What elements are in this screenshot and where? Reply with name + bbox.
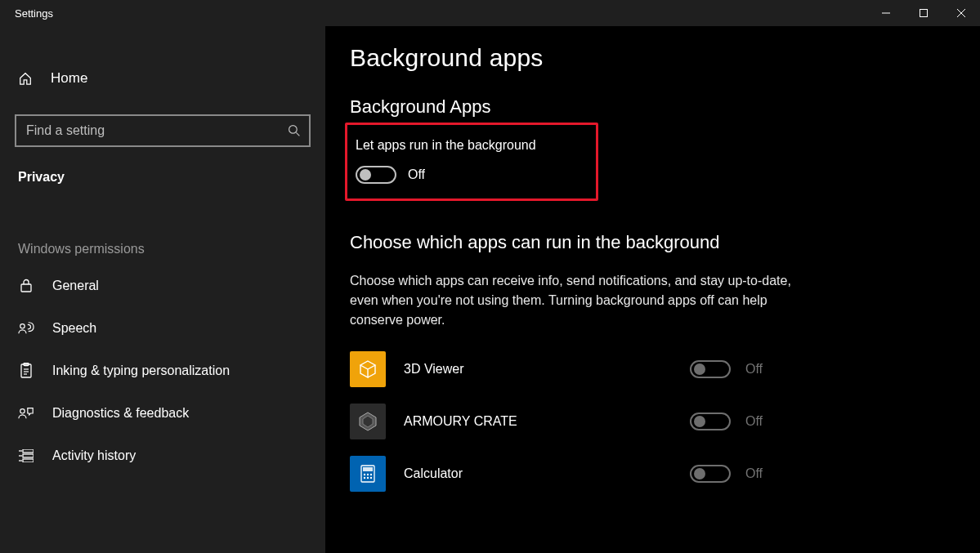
sidebar-item-activity[interactable]: Activity history [0, 435, 325, 477]
svg-point-25 [367, 474, 369, 475]
svg-rect-6 [21, 284, 31, 292]
search-input[interactable] [26, 123, 288, 138]
app-row-calculator: Calculator Off [350, 456, 767, 492]
svg-point-13 [20, 409, 25, 413]
app-toggle-state: Off [745, 414, 767, 429]
calculator-icon [357, 463, 378, 484]
window-controls [867, 0, 980, 26]
app-toggle-armoury-crate[interactable] [690, 413, 731, 430]
app-name: 3D Viewer [404, 362, 690, 377]
home-button[interactable]: Home [0, 60, 325, 96]
master-toggle-highlight: Let apps run in the background Off [345, 123, 598, 201]
master-toggle[interactable] [356, 166, 396, 184]
app-icon-calculator [350, 456, 386, 492]
sidebar-item-general[interactable]: General [0, 265, 325, 307]
home-label: Home [51, 70, 87, 87]
svg-line-5 [296, 132, 299, 136]
app-toggle-state: Off [745, 466, 767, 481]
svg-rect-8 [21, 364, 31, 377]
sidebar-item-speech[interactable]: Speech [0, 307, 325, 350]
svg-point-27 [364, 477, 365, 479]
svg-point-24 [364, 474, 365, 475]
category-label: Privacy [0, 147, 325, 185]
speech-icon [18, 321, 34, 336]
lock-icon [18, 279, 34, 293]
svg-rect-23 [363, 467, 373, 471]
feedback-icon [18, 406, 34, 421]
section-title-background-apps: Background Apps [350, 96, 944, 118]
app-icon-3d-viewer [350, 351, 386, 387]
svg-point-29 [370, 477, 372, 479]
app-name: Calculator [404, 466, 690, 481]
section-label: Windows permissions [0, 185, 325, 265]
main-content: Background apps Background Apps Let apps… [325, 26, 980, 553]
app-row-3d-viewer: 3D Viewer Off [350, 351, 767, 387]
cube-icon [357, 359, 378, 380]
search-input-wrap[interactable] [15, 114, 311, 147]
clipboard-icon [18, 363, 34, 379]
maximize-button[interactable] [905, 0, 942, 26]
close-icon [957, 9, 965, 17]
app-name: ARMOURY CRATE [404, 414, 690, 429]
search-icon [288, 124, 301, 137]
svg-rect-15 [23, 449, 34, 453]
maximize-icon [920, 9, 928, 17]
app-toggle-3d-viewer[interactable] [690, 360, 731, 378]
home-icon [18, 71, 33, 86]
sidebar-item-label: Speech [52, 321, 96, 336]
svg-rect-17 [23, 454, 34, 457]
app-title: Settings [15, 7, 53, 20]
svg-point-26 [370, 474, 372, 475]
svg-point-28 [367, 477, 369, 479]
svg-point-4 [289, 126, 298, 134]
svg-point-7 [20, 324, 25, 328]
sidebar-item-diagnostics[interactable]: Diagnostics & feedback [0, 392, 325, 435]
help-text: Choose which apps can receive info, send… [350, 271, 808, 330]
app-row-armoury-crate: ARMOURY CRATE Off [350, 404, 767, 439]
app-toggle-state: Off [745, 362, 767, 377]
titlebar: Settings [0, 0, 980, 26]
sidebar-item-inking[interactable]: Inking & typing personalization [0, 350, 325, 392]
svg-rect-1 [920, 10, 928, 17]
sidebar: Home Privacy Windows permissions General… [0, 26, 325, 553]
svg-rect-19 [23, 459, 34, 462]
master-toggle-label: Let apps run in the background [351, 138, 581, 153]
section-title-choose-apps: Choose which apps can run in the backgro… [350, 232, 944, 253]
sidebar-item-label: Diagnostics & feedback [52, 406, 189, 421]
sidebar-item-label: General [52, 279, 99, 293]
page-title: Background apps [350, 44, 944, 72]
sidebar-item-label: Inking & typing personalization [52, 363, 230, 378]
activity-icon [18, 449, 34, 462]
hexagon-icon [356, 409, 380, 434]
app-icon-armoury-crate [350, 404, 386, 439]
master-toggle-state: Off [408, 167, 425, 182]
minimize-button[interactable] [867, 0, 905, 26]
app-toggle-calculator[interactable] [690, 465, 731, 483]
minimize-icon [882, 9, 890, 17]
app-list: 3D Viewer Off ARMOURY CRATE Off [350, 351, 944, 492]
sidebar-item-label: Activity history [52, 448, 136, 463]
close-button[interactable] [942, 0, 980, 26]
